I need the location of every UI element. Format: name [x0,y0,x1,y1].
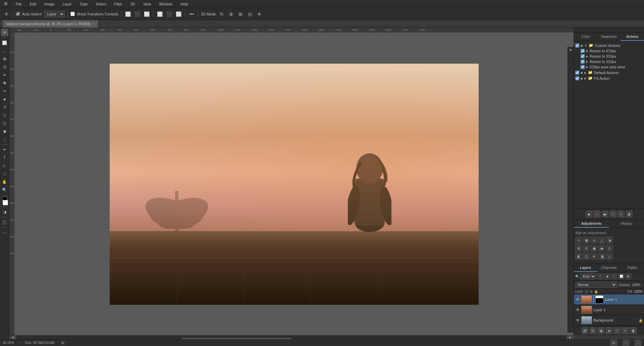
layer-1-visibility[interactable]: 👁 [575,307,580,312]
layers-filter-type-btn[interactable]: T [611,273,617,279]
adj-channelmixer-icon[interactable]: ⊡ [606,245,613,252]
scroll-left-btn[interactable]: ◀ [9,336,16,340]
action-resize-670[interactable]: ▶ Resize to 670px [574,48,644,54]
gradient-tool[interactable]: ◫ [1,120,8,127]
zoom-out-btn[interactable]: - [635,340,641,346]
move-tool-icon[interactable]: ✛ [3,10,10,18]
menu-ps[interactable]: ⌘ [3,1,9,7]
actions-stop-btn[interactable]: ■ [586,211,592,217]
crop-tool[interactable]: ⊡ [1,63,8,71]
more-options-icon[interactable]: ••• [188,10,195,18]
adj-bw-icon[interactable]: ▣ [591,245,597,252]
align-right-icon[interactable]: ⬜ [143,10,150,18]
3d-rotate-icon[interactable]: ↻ [218,10,225,18]
lock-pixels-icon[interactable]: ⬛ [585,290,589,293]
custom-actions-checkbox[interactable] [575,44,579,48]
actions-play-btn[interactable]: ▶ [602,211,608,217]
tab-adjustments[interactable]: Adjustments [574,220,609,228]
adj-exposure-icon[interactable]: △ [598,237,605,244]
layers-mask-btn[interactable]: ◑ [598,327,604,334]
align-middle-v-icon[interactable]: ⬛ [165,10,173,18]
clone-tool[interactable]: ◈ [1,95,8,103]
hand-tool[interactable]: ✋ [1,178,8,186]
actions-delete-btn[interactable]: 🗑 [626,211,633,217]
background-visibility[interactable]: 👁 [575,318,580,323]
eyedropper-tool[interactable]: ✒ [1,71,8,79]
layer-item-1[interactable]: 👁 Layer 1 [574,305,644,315]
zoom-tool[interactable]: 🔍 [1,186,8,194]
align-center-h-icon[interactable]: ⬛ [133,10,141,18]
history-brush-tool[interactable]: ↺ [1,103,8,111]
adj-brightness-icon[interactable]: ☀ [575,237,582,244]
move-tool[interactable]: ✛ [1,29,8,36]
layers-filter-shape-btn[interactable]: ⬜ [618,273,624,279]
adj-gradientmap-icon[interactable]: △ [606,253,613,260]
adj-hsl-icon[interactable]: ⊞ [575,245,582,252]
3d-scale-icon[interactable]: ⊞ [237,10,244,18]
blend-mode-select[interactable]: Normal Dissolve Multiply Screen Overlay [575,282,617,288]
lasso-tool[interactable]: ⌓ [1,47,8,55]
lock-position-icon[interactable]: ✛ [590,290,593,293]
menu-filter[interactable]: Filter [113,1,123,7]
3d-pan-icon[interactable]: ✛ [256,10,263,18]
lock-artboard-icon[interactable]: 🔒 [594,290,598,293]
path-select-tool[interactable]: ▷ [1,162,8,169]
fs-action-checkbox[interactable] [575,76,579,80]
eraser-tool[interactable]: ◻ [1,112,8,119]
save-close-checkbox[interactable] [581,65,585,69]
layers-new-btn[interactable]: + [622,327,629,334]
adj-vibrance-icon[interactable]: ◑ [606,237,613,244]
layers-adj-btn[interactable]: ⊕ [606,327,612,334]
default-actions-checkbox[interactable] [575,71,579,75]
adj-photofilter-icon[interactable]: ◉ [598,245,605,252]
action-group-fs-header[interactable]: ■ ▶ 📁 FS Action [574,75,644,81]
quick-select-tool[interactable]: ✿ [1,55,8,63]
quick-mask-mode[interactable]: ◑ [1,208,8,216]
tab-layers[interactable]: Layers [574,264,597,272]
adj-threshold-icon[interactable]: ◨ [598,253,605,260]
actions-new-btn[interactable]: + [618,211,625,217]
doc-info-expand-btn[interactable]: ▶ [61,341,65,345]
layer-item-1-masked[interactable]: 👁 Layer 1 [574,294,644,305]
auto-select-dropdown[interactable]: Layer Group [44,11,65,17]
actions-record-btn[interactable]: ● [594,211,600,217]
adj-colorlookup-icon[interactable]: ◧ [575,253,582,260]
pen-tool[interactable]: ✒ [1,146,8,153]
3d-move-icon[interactable]: ⊕ [227,10,235,18]
resize-333-checkbox[interactable] [581,54,585,58]
horizontal-scrollbar[interactable]: ◀ ▶ [9,335,574,339]
menu-view[interactable]: View [142,1,153,7]
zoom-fit-btn[interactable]: ⊡ [610,340,617,346]
action-resize-222[interactable]: ▶ Resize to 222px [574,59,644,64]
background-color[interactable] [3,200,8,205]
layers-filter-smart-btn[interactable]: ✿ [625,273,631,279]
layer-1-masked-visibility[interactable]: 👁 [575,297,580,302]
adj-curves-icon[interactable]: ◎ [591,237,597,244]
auto-select-checkbox[interactable] [16,12,20,16]
brush-tool[interactable]: ✏ [1,87,8,95]
shape-tool[interactable]: □ [1,170,8,178]
action-group-default-header[interactable]: ■ ▶ 📁 Default Actions [574,70,644,75]
document-tab[interactable]: replace background.psd @ 35.2% (Layer 1,… [3,20,98,27]
action-save-close[interactable]: ▶ 670px save and close [574,64,644,70]
marquee-tool[interactable]: ⬜ [1,39,8,47]
blur-tool[interactable]: ◉ [1,128,8,135]
tab-channels[interactable]: Channels [597,264,621,272]
align-bottom-icon[interactable]: ⬜ [175,10,182,18]
menu-layer[interactable]: Layer [61,1,73,7]
tab-history[interactable]: History [609,220,644,228]
screen-mode[interactable]: ⬛ [1,219,8,226]
menu-image[interactable]: Image [43,1,56,7]
menu-3d[interactable]: 3D [129,1,137,7]
resize-670-checkbox[interactable] [581,49,585,53]
menu-help[interactable]: Help [179,1,190,7]
actions-new-set-btn[interactable]: □ [610,211,616,217]
layer-item-background[interactable]: 👁 Background 🔒 [574,315,644,326]
menu-type[interactable]: Type [78,1,89,7]
tab-swatches[interactable]: Swatches [597,33,621,41]
action-group-custom-header[interactable]: ■ ▼ 📁 Custom Actions [574,43,644,48]
adj-colorbalance-icon[interactable]: ⊟ [583,245,590,252]
show-transform-checkbox[interactable] [70,12,75,16]
menu-edit[interactable]: Edit [29,1,38,7]
align-left-icon[interactable]: ⬜ [124,10,131,18]
